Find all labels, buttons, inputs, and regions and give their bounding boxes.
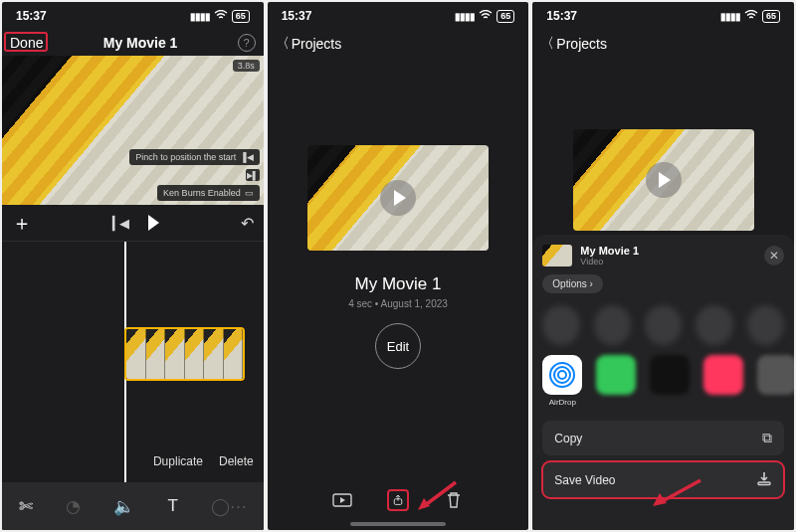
transport-bar: ＋ ▎◀ ↶: [2, 205, 264, 241]
back-button[interactable]: 〈 Projects: [532, 30, 794, 58]
play-forward-icon[interactable]: ▶▌: [246, 169, 260, 181]
cell-signal-icon: ▮▮▮▮: [720, 11, 740, 22]
download-icon: [756, 470, 772, 489]
undo-button[interactable]: ↶: [241, 214, 254, 233]
chevron-left-icon: 〈: [540, 35, 554, 53]
options-button[interactable]: Options ›: [542, 274, 603, 293]
scissors-icon[interactable]: ✄: [19, 496, 33, 517]
clip-duration-badge: 3.8s: [233, 60, 260, 72]
hint-pinch: Pinch to position the start ▐◀: [129, 149, 259, 165]
speed-icon[interactable]: ◔: [66, 496, 81, 517]
svg-point-6: [554, 367, 570, 383]
battery-icon: 65: [497, 10, 514, 23]
status-bar: 15:37 ▮▮▮▮ 65: [2, 2, 264, 30]
project-footer: [268, 470, 529, 530]
play-button[interactable]: [148, 215, 159, 231]
cell-signal-icon: ▮▮▮▮: [455, 11, 475, 22]
video-preview[interactable]: 3.8s Pinch to position the start ▐◀ ▶▌ K…: [2, 56, 264, 205]
app-tile[interactable]: [757, 355, 794, 395]
battery-icon: 65: [762, 10, 780, 23]
hint-kenburns: Ken Burns Enabled ▭: [157, 185, 260, 201]
timeline-clip[interactable]: [124, 327, 245, 381]
annotation-highlight-done: [4, 32, 48, 52]
chevron-left-icon: 〈: [276, 35, 290, 53]
battery-icon: 65: [232, 10, 250, 23]
screen-editor: 15:37 ▮▮▮▮ 65 Done My Movie 1 ? 3.8s Pin…: [2, 2, 264, 530]
app-tile[interactable]: [596, 355, 636, 395]
project-meta: 4 sec • August 1, 2023: [348, 298, 448, 309]
svg-marker-2: [340, 497, 345, 503]
wifi-icon: [479, 9, 493, 23]
svg-point-5: [558, 371, 566, 379]
back-label: Projects: [556, 36, 607, 52]
status-time: 15:37: [282, 9, 312, 23]
share-contacts-row[interactable]: [542, 305, 784, 345]
svg-rect-8: [758, 482, 770, 485]
project-thumbnail[interactable]: [307, 145, 489, 251]
app-tile[interactable]: [650, 355, 690, 395]
close-sheet-button[interactable]: ✕: [764, 246, 784, 266]
status-bar: 15:37 ▮▮▮▮ 65: [268, 2, 529, 30]
airdrop-label: AirDrop: [549, 398, 576, 407]
chevron-right-icon: ›: [590, 278, 593, 289]
text-tool-icon[interactable]: T: [167, 496, 177, 516]
wifi-icon: [744, 9, 758, 23]
project-title: My Movie 1: [355, 274, 442, 294]
share-apps-row[interactable]: AirDrop: [542, 355, 784, 407]
status-time: 15:37: [546, 9, 577, 23]
save-video-action[interactable]: Save Video: [542, 461, 784, 498]
edit-toolbar: ✄ ◔ 🔈 T ◯⋯: [2, 482, 264, 530]
add-media-button[interactable]: ＋: [12, 210, 32, 237]
volume-icon[interactable]: 🔈: [113, 496, 134, 517]
timeline[interactable]: Duplicate Delete ✄ ◔ 🔈 T ◯⋯: [2, 241, 264, 530]
filters-icon[interactable]: ◯⋯: [211, 496, 247, 517]
project-thumbnail[interactable]: [573, 129, 754, 231]
airdrop-icon[interactable]: [542, 355, 582, 395]
app-tile[interactable]: [703, 355, 743, 395]
play-overlay-icon[interactable]: [646, 162, 682, 198]
share-sheet: My Movie 1 Video ✕ Options › AirD: [532, 235, 794, 530]
back-button[interactable]: 〈 Projects: [268, 30, 529, 58]
share-item-title: My Movie 1: [580, 245, 756, 257]
play-overlay-icon[interactable]: [380, 180, 416, 216]
trash-icon[interactable]: [443, 489, 465, 511]
duplicate-button[interactable]: Duplicate: [153, 454, 203, 468]
play-fullscreen-icon[interactable]: [331, 489, 353, 511]
copy-icon: ⧉: [762, 430, 772, 446]
status-time: 15:37: [16, 9, 47, 23]
copy-action[interactable]: Copy ⧉: [542, 421, 784, 455]
delete-button[interactable]: Delete: [219, 454, 254, 468]
screen-share-sheet: 15:37 ▮▮▮▮ 65 〈 Projects My Movie 1 Vide…: [532, 2, 794, 530]
editor-navbar: Done My Movie 1 ?: [2, 30, 264, 56]
rewind-icon: ▐◀: [240, 152, 253, 162]
kenburns-icon: ▭: [245, 188, 254, 198]
wifi-icon: [214, 9, 228, 23]
project-title: My Movie 1: [103, 35, 178, 51]
share-button[interactable]: [387, 489, 409, 511]
help-icon[interactable]: ?: [238, 34, 256, 52]
status-bar: 15:37 ▮▮▮▮ 65: [532, 2, 794, 30]
svg-marker-4: [418, 498, 430, 510]
share-item-type: Video: [580, 257, 756, 266]
cell-signal-icon: ▮▮▮▮: [190, 11, 210, 22]
edit-button[interactable]: Edit: [375, 323, 421, 369]
back-label: Projects: [292, 36, 342, 52]
screen-project-detail: 15:37 ▮▮▮▮ 65 〈 Projects My Movie 1 4 se…: [268, 2, 529, 530]
share-item-thumbnail: [542, 245, 572, 266]
home-indicator: [350, 522, 446, 526]
skip-start-icon[interactable]: ▎◀: [112, 216, 126, 231]
